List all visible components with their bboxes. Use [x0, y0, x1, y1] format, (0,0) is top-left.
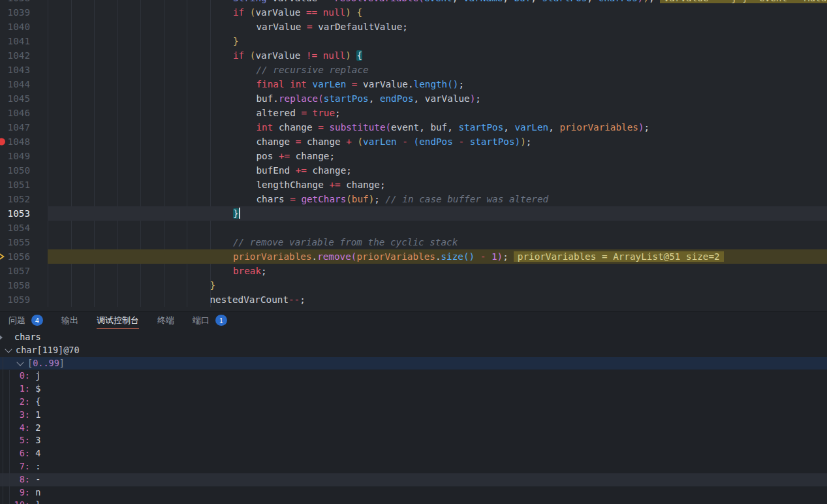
line-number[interactable]: 1043 — [0, 63, 30, 77]
console-row[interactable]: 3: 1 — [0, 409, 827, 422]
line-number[interactable]: 1059 — [0, 292, 30, 307]
line-number[interactable]: 1038 — [0, 0, 30, 5]
code-token: ( — [386, 122, 392, 133]
tree-node[interactable]: [0..99] — [18, 358, 65, 368]
code-line[interactable]: 1058} — [0, 278, 827, 292]
code-token: != — [306, 50, 323, 61]
code-line[interactable]: 1053} — [0, 206, 827, 221]
array-value: n — [30, 487, 40, 497]
line-number[interactable]: 1042 — [0, 48, 30, 63]
code-token: . — [435, 251, 441, 262]
code-line[interactable]: 1052chars = getChars(buf); // in case bu… — [0, 192, 827, 206]
code-text: priorVariables.remove(priorVariables.siz… — [233, 249, 724, 264]
code-line[interactable]: 1039if (varValue == null) { — [0, 5, 827, 20]
code-token: change — [313, 165, 347, 176]
code-line[interactable]: 1047int change = substitute(event, buf, … — [0, 120, 827, 134]
code-line[interactable]: 1049pos += change; — [0, 149, 827, 163]
code-editor[interactable]: 1038String varValue = resolveVariable(ev… — [0, 0, 827, 311]
line-number[interactable]: 1045 — [0, 91, 30, 106]
array-value: : — [30, 461, 40, 471]
code-line[interactable]: 1045buf.replace(startPos, endPos, varVal… — [0, 91, 827, 106]
tree-indent-guide — [3, 357, 3, 504]
code-token: priorVariables — [559, 122, 638, 133]
console-row[interactable]: 10: } — [0, 499, 827, 504]
code-token: ; — [458, 79, 464, 89]
code-token: { — [356, 7, 362, 18]
console-row[interactable]: 2: { — [0, 396, 827, 409]
code-line[interactable]: 1050bufEnd += change; — [0, 163, 827, 178]
chevron-down-icon[interactable] — [16, 358, 23, 366]
line-number[interactable]: 1052 — [0, 192, 30, 206]
console-row[interactable]: 4: 2 — [0, 422, 827, 435]
line-number[interactable]: 1049 — [0, 149, 30, 163]
code-token: ) — [345, 7, 351, 18]
code-token: endPos — [380, 93, 414, 104]
line-number[interactable]: 1048 — [0, 134, 30, 149]
console-row[interactable]: 6: 4 — [0, 447, 827, 460]
line-number[interactable]: 1055 — [0, 235, 30, 249]
chevron-down-icon[interactable] — [5, 345, 12, 353]
code-line[interactable]: 1041} — [0, 34, 827, 48]
console-row[interactable]: 5: 3 — [0, 434, 827, 447]
line-number[interactable]: 1051 — [0, 178, 30, 192]
array-value: 1 — [30, 409, 40, 420]
line-number[interactable]: 1056 — [0, 249, 30, 264]
code-token: -- — [289, 294, 300, 305]
code-line[interactable]: 1043// recursive replace — [0, 63, 827, 77]
code-token: startPos — [542, 0, 587, 3]
line-number[interactable]: 1053 — [0, 206, 30, 221]
line-number[interactable]: 1044 — [0, 77, 30, 91]
code-token: + — [346, 136, 357, 147]
code-token: charPos — [599, 0, 638, 3]
code-token: // in case buffer was altered — [386, 194, 549, 204]
code-token: ) — [497, 251, 503, 262]
code-token: change — [296, 151, 330, 161]
tab-debug-console[interactable]: 调试控制台 — [97, 312, 139, 329]
line-number[interactable]: 1039 — [0, 5, 30, 20]
code-line[interactable]: 1038String varValue = resolveVariable(ev… — [0, 0, 827, 5]
code-token: ; — [644, 122, 650, 133]
code-line[interactable]: 1054 — [0, 221, 827, 235]
line-number[interactable]: 1057 — [0, 264, 30, 278]
line-number[interactable]: 1041 — [0, 34, 30, 48]
console-row[interactable]: 0: j — [0, 370, 827, 383]
line-number[interactable]: 1047 — [0, 120, 30, 134]
code-line[interactable]: 1051lengthChange += change; — [0, 178, 827, 192]
code-line[interactable]: 1059nestedVarCount--; — [0, 292, 827, 307]
tab-label: 输出 — [61, 315, 78, 326]
code-line[interactable]: 1044final int varLen = varValue.length()… — [0, 77, 827, 91]
tab-terminal[interactable]: 终端 — [157, 312, 174, 329]
code-text: // recursive replace — [257, 63, 369, 77]
code-line[interactable]: 1040varValue = varDefaultValue; — [0, 20, 827, 34]
console-row[interactable]: char[119]@70 — [0, 344, 827, 357]
code-token: buf — [430, 122, 447, 133]
tab-output[interactable]: 输出 — [61, 312, 78, 329]
code-token: - — [475, 251, 492, 262]
debug-console[interactable]: charschar[119]@70[0..99]0: j1: $2: {3: 1… — [0, 329, 827, 504]
code-line[interactable]: 1048change = change + (varLen - (endPos … — [0, 134, 827, 149]
line-number[interactable]: 1058 — [0, 278, 30, 292]
console-row[interactable]: 9: n — [0, 486, 827, 499]
console-row[interactable]: 8: - — [0, 473, 827, 486]
line-number[interactable]: 1040 — [0, 20, 30, 34]
code-line[interactable]: 1057break; — [0, 264, 827, 278]
tab-problems[interactable]: 问题4 — [8, 312, 43, 329]
code-token: = — [323, 0, 334, 3]
code-text: // remove variable from the cyclic stack — [233, 235, 458, 249]
code-token: buf — [257, 93, 273, 104]
line-number[interactable]: 1050 — [0, 163, 30, 178]
console-row[interactable]: chars — [0, 331, 827, 344]
console-row[interactable]: [0..99] — [0, 357, 827, 370]
line-number[interactable]: 1046 — [0, 106, 30, 120]
code-token: } — [233, 36, 239, 46]
line-number[interactable]: 1054 — [0, 221, 30, 235]
code-line[interactable]: 1055// remove variable from the cyclic s… — [0, 235, 827, 249]
tab-ports[interactable]: 端口1 — [193, 312, 227, 329]
console-row[interactable]: 1: $ — [0, 383, 827, 396]
code-line[interactable]: 1046altered = true; — [0, 106, 827, 120]
code-token: size — [441, 251, 463, 262]
tree-node[interactable]: char[119]@70 — [6, 345, 80, 355]
code-line[interactable]: 1042if (varValue != null) { — [0, 48, 827, 63]
console-row[interactable]: 7: : — [0, 460, 827, 473]
code-line[interactable]: 1056priorVariables.remove(priorVariables… — [0, 249, 827, 264]
